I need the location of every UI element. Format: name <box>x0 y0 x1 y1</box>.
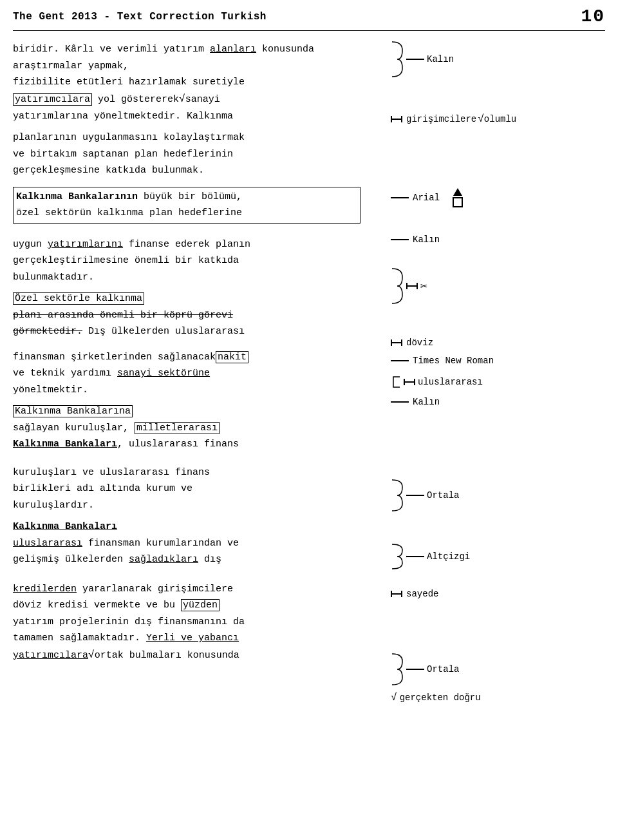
text-kalkinma-bankalari: Kalkınma Bankalarının <box>16 191 138 202</box>
h-arrow-girisimcilere <box>391 116 402 122</box>
text-yerli-yabanci: Yerli ve yabancı <box>146 633 239 644</box>
bracket-uluslararasi <box>391 376 401 388</box>
text-yatirimlarini: yatırımlarını <box>48 239 123 250</box>
line-kalin-2 <box>391 239 409 240</box>
annotation-gercekten: √ gerçekten doğru <box>391 692 481 703</box>
page-title: The Gent 2013 - Text Correction Turkish <box>13 11 267 23</box>
text-kalkinma-box: Kalkınma Bankalarına <box>13 405 133 417</box>
text-kredilerden: kredilerden <box>13 584 77 595</box>
text-alanlari: alanları <box>210 44 256 55</box>
annotation-doviz: döviz <box>391 338 433 348</box>
annotation-kalin-3: Kalın <box>391 397 440 407</box>
brace-right-scissors <box>391 268 404 304</box>
paragraph-9: Kalkınma Bankaları uluslararası finansma… <box>13 519 384 568</box>
annotation-ortala-2: Ortala <box>391 653 459 685</box>
paragraph-4: uygun yatırımlarını finanse ederek planı… <box>13 236 384 286</box>
text-biridir: biridir. <box>13 44 65 55</box>
page: The Gent 2013 - Text Correction Turkish … <box>0 0 618 840</box>
annotation-altcizgi: Altçizgi <box>391 544 470 569</box>
label-kalin-1: Kalın <box>427 54 454 64</box>
label-ortala-2: Ortala <box>427 664 459 674</box>
text-dis: Dış ülkelerden uluslararası <box>82 326 245 337</box>
right-panel: Kalın girişimcilere √ olumlu Arial <box>384 41 605 669</box>
line-ortala-2 <box>406 669 424 670</box>
content-columns: biridir. Kârlı ve verimli yatırım alanla… <box>13 41 605 669</box>
page-header: The Gent 2013 - Text Correction Turkish … <box>13 6 605 31</box>
annotation-uluslararasi: uluslararası <box>391 376 483 388</box>
h-arrow-ulus <box>404 379 415 385</box>
brace-right-altcizgi <box>391 544 404 569</box>
annotation-kalin-1: Kalın <box>391 41 454 77</box>
label-doviz: döviz <box>406 338 433 348</box>
brace-right-ortala-1 <box>391 479 404 511</box>
text-kalkinma-bankalari-3: Kalkınma Bankaları <box>13 521 117 532</box>
text-yatirimcilara-2: yatırımcılara <box>13 650 88 661</box>
label-olumlu: olumlu <box>484 114 516 124</box>
text-uluslararasi: uluslararası <box>13 538 82 549</box>
sqrt-symbol-1: √ <box>179 93 185 105</box>
arrow-up-square <box>453 188 463 207</box>
paragraph-1: biridir. Kârlı ve verimli yatırım alanla… <box>13 41 384 124</box>
h-arrow-sayede <box>391 591 402 597</box>
text-yuzden-box: yüzden <box>181 599 220 611</box>
scissors-icon: ✂ <box>420 279 427 293</box>
text-strikethrough-2: görmektedir. <box>13 326 82 337</box>
line-kalin-1 <box>406 59 424 60</box>
paragraph-7: Kalkınma Bankalarına sağlayan kuruluşlar… <box>13 403 384 453</box>
sqrt-gercekten: √ <box>391 692 397 703</box>
paragraph-6: finansman şirketlerinden sağlanacaknakit… <box>13 349 384 399</box>
text-nakit-box: nakit <box>216 351 248 363</box>
label-sayede: sayede <box>406 589 438 599</box>
main-text-column: biridir. Kârlı ve verimli yatırım alanla… <box>13 41 384 669</box>
label-arial: Arial <box>413 193 440 203</box>
paragraph-2: planlarının uygulanmasını kolaylaştırmak… <box>13 129 384 179</box>
label-altcizgi: Altçizgi <box>427 551 470 562</box>
line-arial <box>391 197 409 198</box>
annotation-kalin-2: Kalın <box>391 234 440 245</box>
label-ortala-1: Ortala <box>427 490 459 501</box>
h-arrow-scissors <box>406 283 418 289</box>
annotation-sayede: sayede <box>391 589 438 599</box>
sqrt-symbol-2: √ <box>88 649 95 661</box>
sqrt-girisimcilere: √ <box>478 113 484 125</box>
small-square-icon <box>453 197 463 207</box>
line-ortala-1 <box>406 495 424 496</box>
paragraph-10: kredilerden yararlanarak girişimcilere d… <box>13 581 384 664</box>
text-yol: yol göstererek <box>92 94 179 105</box>
page-number: 10 <box>581 6 605 26</box>
label-girisimcilere: girişimcilere <box>406 114 476 124</box>
text-ozel-box: Özel sektörle kalkınma <box>13 292 144 305</box>
text-sagladiklari: sağladıkları <box>129 554 198 565</box>
text-strikethrough-1: planı arasında önemli bir köprü görevi <box>13 310 233 321</box>
text-sanayi-sektoru: sanayi sektörüne <box>117 368 210 379</box>
arrow-up-icon <box>453 188 462 196</box>
label-times: Times New Roman <box>413 356 494 366</box>
brace-right-1 <box>391 41 404 77</box>
h-arrow-doviz <box>391 339 402 346</box>
annotation-arial: Arial <box>391 188 463 207</box>
label-kalin-2: Kalın <box>413 234 440 245</box>
line-altcizgi <box>406 556 424 557</box>
paragraph-8: kuruluşları ve uluslararası finans birli… <box>13 464 384 514</box>
annotation-scissors: ✂ <box>391 268 427 304</box>
paragraph-5: Özel sektörle kalkınma planı arasında ön… <box>13 291 384 340</box>
line-times <box>391 360 409 361</box>
text-milletlerarasi-box: milletlerarası <box>135 422 220 434</box>
label-kalin-3: Kalın <box>413 397 440 407</box>
annotation-girisimcilere: girişimcilere √ olumlu <box>391 113 516 125</box>
label-gercekten: gerçekten doğru <box>400 692 481 703</box>
line-kalin-3 <box>391 401 409 403</box>
label-uluslararasi: uluslararası <box>418 377 483 387</box>
annotation-times: Times New Roman <box>391 356 494 366</box>
text-kalkinma-bankalari-2: Kalkınma Bankaları <box>13 439 117 450</box>
paragraph-3-box: Kalkınma Bankalarının büyük bir bölümü, … <box>13 187 360 224</box>
brace-right-ortala-2 <box>391 653 404 685</box>
annotation-ortala-1: Ortala <box>391 479 459 511</box>
text-yatirimcilara-box: yatırımcılara <box>13 93 92 106</box>
